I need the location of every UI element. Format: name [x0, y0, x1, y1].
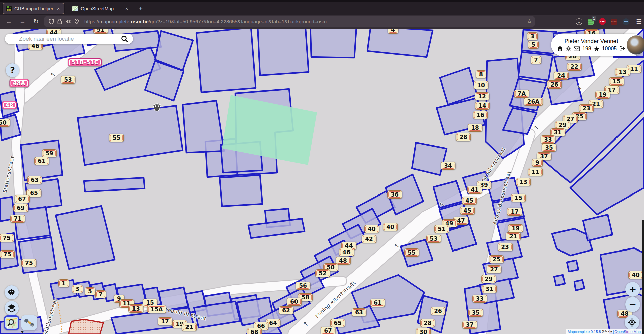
housenumber-badge[interactable]: 11 [528, 168, 543, 176]
reload-button[interactable]: ↻ [30, 17, 42, 26]
url-bar[interactable]: https://mapcomplete.osm.be/grb?z=19&lat=… [44, 16, 535, 27]
housenumber-badge[interactable]: 24 [554, 72, 569, 80]
forward-button[interactable]: → [16, 17, 29, 26]
housenumber-badge[interactable]: 50 [0, 119, 10, 127]
housenumber-badge[interactable]: 59 [42, 149, 57, 157]
housenumber-badge[interactable]: 26 [431, 307, 445, 315]
housenumber-badge[interactable]: 46 [339, 248, 354, 256]
housenumber-badge[interactable]: 30 [416, 328, 431, 334]
housenumber-badge[interactable]: 53 [61, 76, 75, 84]
housenumber-badge[interactable]: 63 [352, 308, 366, 316]
housenumber-badge[interactable]: 37 [462, 321, 477, 329]
housenumber-badge[interactable]: 45 [462, 197, 477, 205]
housenumber-badge[interactable]: 31 [482, 285, 497, 293]
home-icon[interactable] [557, 46, 563, 52]
housenumber-badge[interactable]: 7A [514, 90, 529, 98]
attribution-app-link[interactable]: Mapcomplete 0.15.8 [568, 330, 601, 334]
housenumber-badge[interactable]: 68 [247, 328, 262, 334]
housenumber-badge[interactable]: 17 [507, 208, 522, 216]
housenumber-badge[interactable]: 3 [527, 32, 538, 40]
housenumber-badge[interactable]: 23 [498, 243, 513, 251]
zoom-out-button[interactable]: − [625, 297, 640, 312]
messages-envelope-icon[interactable] [574, 46, 580, 51]
settings-gear-icon[interactable] [566, 46, 571, 52]
housenumber-badge[interactable]: 35 [468, 309, 483, 317]
building-outline[interactable] [567, 260, 578, 272]
housenumber-badge[interactable]: 75 [0, 234, 14, 242]
building-outline[interactable] [196, 27, 256, 92]
housenumber-badge[interactable]: 55 [109, 134, 124, 142]
housenumber-badge[interactable]: 55 [404, 248, 419, 257]
housenumber-badge[interactable]: 10 [474, 81, 488, 89]
pocket-icon[interactable]: ⌄ [576, 18, 582, 25]
housenumber-badge[interactable]: 67 [15, 195, 30, 203]
housenumber-badge[interactable]: 27 [487, 265, 501, 273]
housenumber-badge[interactable]: 5 [528, 41, 539, 49]
location-search[interactable] [5, 34, 133, 44]
map-canvas[interactable]: Koning AlbertstraatKoning AlbertstraatAl… [0, 0, 644, 334]
adblock-plus-icon[interactable]: ABP [599, 18, 606, 25]
housenumber-badge[interactable]: 26 [547, 80, 562, 89]
changesets-count[interactable]: 10005 [602, 46, 617, 52]
housenumber-badge[interactable]: 62 [279, 306, 293, 314]
housenumber-badge[interactable]: 12 [475, 92, 489, 100]
housenumber-badge[interactable]: 75 [0, 250, 15, 258]
back-button[interactable]: ← [3, 17, 15, 26]
housenumber-badge[interactable]: 13 [128, 304, 143, 313]
housenumber-badge[interactable]: 36 [387, 190, 402, 199]
housenumber-badge[interactable]: 8 [476, 70, 486, 78]
tracking-shield-icon[interactable] [49, 19, 54, 24]
housenumber-badge[interactable]: 48A [10, 79, 29, 87]
housenumber-badge[interactable]: 75 [21, 259, 36, 267]
housenumber-badge[interactable]: 67 [321, 327, 335, 334]
housenumber-badge[interactable]: 52 [315, 269, 330, 277]
logout-icon[interactable] [619, 46, 625, 51]
housenumber-badge[interactable]: 53 [426, 235, 441, 243]
housenumber-badge[interactable]: 28 [456, 133, 471, 141]
building-outline[interactable] [84, 178, 145, 192]
automation-robot-button[interactable] [5, 285, 19, 299]
building-outline[interactable] [78, 106, 183, 165]
background-layers-button[interactable] [5, 301, 19, 315]
housenumber-badge[interactable]: 13 [615, 68, 630, 76]
user-panel[interactable]: Pieter Vander Vennet [551, 34, 644, 56]
building-outline[interactable] [583, 215, 612, 241]
padlock-icon[interactable] [57, 19, 62, 24]
housenumber-badge[interactable]: 56 [296, 282, 310, 290]
new-tab-button[interactable]: + [136, 4, 145, 13]
housenumber-badge[interactable]: 22 [567, 63, 582, 71]
housenumber-badge[interactable]: 15 [511, 194, 526, 202]
housenumber-badge[interactable]: 69 [13, 204, 28, 212]
housenumber-badge[interactable]: 40 [383, 223, 398, 231]
housenumber-badge[interactable]: 15 [609, 77, 624, 86]
changesets-star-icon[interactable] [594, 46, 600, 52]
building-outline[interactable] [367, 26, 433, 57]
bookmark-star-icon[interactable]: ☆ [527, 18, 532, 25]
housenumber-badge[interactable]: 1 [58, 279, 69, 287]
building-outline[interactable] [19, 237, 56, 273]
building-outline[interactable] [248, 219, 305, 238]
housenumber-badge[interactable]: 48 [2, 101, 17, 109]
building-outline[interactable] [56, 206, 115, 269]
housenumber-badge[interactable]: 21 [182, 323, 197, 331]
building-outline[interactable] [554, 275, 565, 286]
building-outline[interactable] [258, 24, 309, 75]
help-button[interactable]: ? [6, 63, 19, 77]
housenumber-badge[interactable]: 40 [628, 271, 643, 279]
tab-openstreetmap[interactable]: OpenStreetMap × [69, 3, 132, 14]
attribution-osm-link[interactable]: OpenStreetMap [614, 330, 641, 334]
housenumber-badge[interactable]: 18 [468, 124, 482, 132]
housenumber-badge[interactable]: 48 [336, 257, 351, 265]
housenumber-badge[interactable]: 5 [85, 287, 95, 295]
housenumber-badge[interactable]: 19 [595, 91, 610, 99]
privacy-mask-extension-icon[interactable] [623, 18, 629, 25]
building-outline[interactable] [220, 175, 262, 206]
osm-carto-style-button[interactable] [4, 315, 19, 330]
housenumber-badge[interactable]: 17 [158, 317, 172, 325]
housenumber-badge[interactable]: 35 [542, 144, 556, 152]
aerial-style-button[interactable] [21, 315, 37, 330]
housenumber-badge[interactable]: 29 [481, 275, 496, 283]
housenumber-badge[interactable]: 61 [34, 157, 49, 165]
hamburger-menu-icon[interactable]: ☰ [636, 18, 641, 25]
housenumber-badge[interactable]: 65 [330, 319, 345, 327]
